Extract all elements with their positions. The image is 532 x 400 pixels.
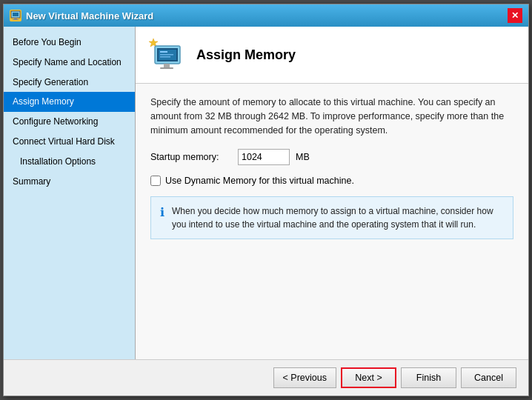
wizard-window: New Virtual Machine Wizard ✕ Before You … <box>3 4 529 396</box>
sidebar-item-configure-networking[interactable]: Configure Networking <box>4 112 135 132</box>
dynamic-memory-row: Use Dynamic Memory for this virtual mach… <box>150 176 513 186</box>
cancel-button[interactable]: Cancel <box>461 367 516 388</box>
svg-rect-1 <box>13 13 19 16</box>
dynamic-memory-label[interactable]: Use Dynamic Memory for this virtual mach… <box>165 176 354 186</box>
sidebar-item-installation-options[interactable]: Installation Options <box>4 152 135 172</box>
startup-memory-unit: MB <box>296 152 310 162</box>
sidebar-item-assign-memory[interactable]: Assign Memory <box>4 92 135 112</box>
info-text: When you decide how much memory to assig… <box>172 204 504 231</box>
page-title: Assign Memory <box>196 47 296 63</box>
sidebar-item-connect-vhd[interactable]: Connect Virtual Hard Disk <box>4 132 135 152</box>
svg-rect-2 <box>14 18 17 19</box>
info-icon: ℹ <box>160 205 164 219</box>
dynamic-memory-checkbox[interactable] <box>150 176 161 186</box>
sidebar-item-before-you-begin[interactable]: Before You Begin <box>4 33 135 53</box>
svg-rect-3 <box>13 19 19 20</box>
main-content: Specify the amount of memory to allocate… <box>136 84 528 359</box>
info-box: ℹ When you decide how much memory to ass… <box>150 196 513 239</box>
header-icon <box>147 36 186 74</box>
sidebar-item-summary[interactable]: Summary <box>4 172 135 192</box>
footer: < Previous Next > Finish Cancel <box>4 359 528 396</box>
sidebar-item-specify-generation[interactable]: Specify Generation <box>4 73 135 93</box>
startup-memory-input[interactable] <box>238 149 290 165</box>
header-section: Assign Memory <box>136 27 528 84</box>
window-icon <box>10 10 21 21</box>
startup-memory-label: Startup memory: <box>150 152 232 162</box>
svg-rect-12 <box>160 56 170 58</box>
window-title: New Virtual Machine Wizard <box>26 10 153 21</box>
svg-rect-8 <box>160 67 173 69</box>
svg-rect-11 <box>160 54 173 56</box>
sidebar-item-specify-name[interactable]: Specify Name and Location <box>4 53 135 73</box>
previous-button[interactable]: < Previous <box>273 367 336 388</box>
title-bar: New Virtual Machine Wizard ✕ <box>4 4 528 27</box>
sidebar: Before You Begin Specify Name and Locati… <box>4 27 136 359</box>
close-button[interactable]: ✕ <box>508 8 522 23</box>
finish-button[interactable]: Finish <box>401 367 456 388</box>
main-panel: Assign Memory Specify the amount of memo… <box>136 27 528 359</box>
startup-memory-row: Startup memory: MB <box>150 149 513 165</box>
description-text: Specify the amount of memory to allocate… <box>150 96 513 137</box>
content-area: Before You Begin Specify Name and Locati… <box>4 27 528 359</box>
svg-rect-10 <box>160 51 167 53</box>
next-button[interactable]: Next > <box>341 367 396 388</box>
title-bar-left: New Virtual Machine Wizard <box>10 10 153 21</box>
svg-rect-7 <box>164 64 170 67</box>
